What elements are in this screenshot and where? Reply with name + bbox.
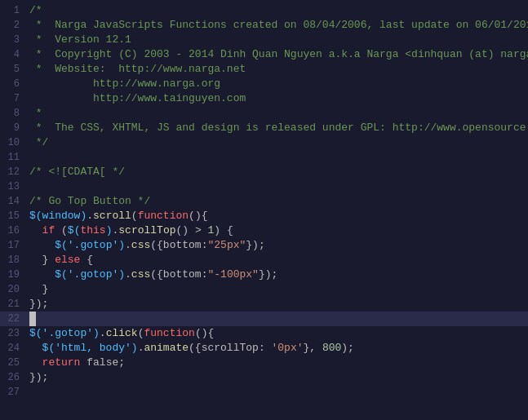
line-content: } [26,282,528,297]
line-content: $('html, body').animate({scrollTop: '0px… [26,341,528,356]
code-editor: 1/*2 * Narga JavaScripts Functions creat… [0,0,528,420]
line-number: 17 [0,238,26,253]
line-content: }); [26,370,528,385]
code-line: 12/* <![CDATA[ */ [0,165,528,179]
line-number: 11 [0,150,26,165]
code-line: 2 * Narga JavaScripts Functions created … [0,18,528,33]
line-number: 4 [0,47,26,62]
line-number: 25 [0,356,26,370]
line-number: 5 [0,62,26,77]
line-number: 26 [0,370,26,385]
line-number: 6 [0,77,26,91]
line-number: 12 [0,165,26,179]
line-number: 1 [0,3,26,18]
line-number: 23 [0,326,26,341]
line-content: }); [26,297,528,312]
code-line: 19 $('.gotop').css({bottom:"-100px"}); [0,267,528,282]
code-line: 4 * Copyright (C) 2003 - 2014 Dinh Quan … [0,47,528,62]
code-line: 18 } else { [0,253,528,267]
line-content: $(window).scroll(function(){ [26,209,528,223]
code-line: 21}); [0,297,528,312]
code-line: 8 * [0,106,528,121]
line-number: 2 [0,18,26,33]
line-content: /* [26,3,528,18]
line-number: 10 [0,135,26,150]
code-line: 24 $('html, body').animate({scrollTop: '… [0,341,528,356]
code-line: 25 return false; [0,356,528,370]
line-content: /* Go Top Button */ [26,194,528,209]
line-number: 9 [0,121,26,135]
code-line: 3 * Version 12.1 [0,33,528,47]
line-number: 7 [0,91,26,106]
code-lines: 1/*2 * Narga JavaScripts Functions creat… [0,0,528,403]
code-line: 26}); [0,370,528,385]
code-line: 14/* Go Top Button */ [0,194,528,209]
line-content: $('.gotop').css({bottom:"25px"}); [26,238,528,253]
line-content: */ [26,135,528,150]
line-number: 13 [0,179,26,194]
line-content: * [26,106,528,121]
line-content: * Website: http://www.narga.net [26,62,528,77]
line-content: return false; [26,356,528,370]
code-line: 20 } [0,282,528,297]
code-line: 6 http://www.narga.org [0,77,528,91]
code-line: 15$(window).scroll(function(){ [0,209,528,223]
line-content: http://www.narga.org [26,77,528,91]
line-content: * Narga JavaScripts Functions created on… [26,18,528,33]
code-line: 9 * The CSS, XHTML, JS and design is rel… [0,121,528,135]
line-content: $('.gotop').click(function(){ [26,326,528,341]
line-content: } else { [26,253,528,267]
line-number: 16 [0,223,26,238]
code-line: 13 [0,179,528,194]
line-content: * The CSS, XHTML, JS and design is relea… [26,121,528,135]
line-number: 24 [0,341,26,356]
line-number: 18 [0,253,26,267]
line-number: 22 [0,312,26,326]
code-line: 7 http://www.tainguyen.com [0,91,528,106]
code-line: 23$('.gotop').click(function(){ [0,326,528,341]
line-content: http://www.tainguyen.com [26,91,528,106]
line-number: 8 [0,106,26,121]
line-number: 15 [0,209,26,223]
code-line: 27 [0,385,528,400]
line-number: 20 [0,282,26,297]
line-content [26,312,528,326]
code-line: 5 * Website: http://www.narga.net [0,62,528,77]
line-content: if ($(this).scrollTop() > 1) { [26,223,528,238]
code-line: 22 [0,312,528,326]
line-number: 19 [0,267,26,282]
line-number: 27 [0,385,26,400]
code-line: 10 */ [0,135,528,150]
code-line: 16 if ($(this).scrollTop() > 1) { [0,223,528,238]
line-content: /* <![CDATA[ */ [26,165,528,179]
line-content: * Version 12.1 [26,33,528,47]
line-content: $('.gotop').css({bottom:"-100px"}); [26,267,528,282]
line-number: 3 [0,33,26,47]
code-line: 11 [0,150,528,165]
code-line: 17 $('.gotop').css({bottom:"25px"}); [0,238,528,253]
line-number: 21 [0,297,26,312]
line-content: * Copyright (C) 2003 - 2014 Dinh Quan Ng… [26,47,528,62]
code-line: 1/* [0,3,528,18]
line-number: 14 [0,194,26,209]
